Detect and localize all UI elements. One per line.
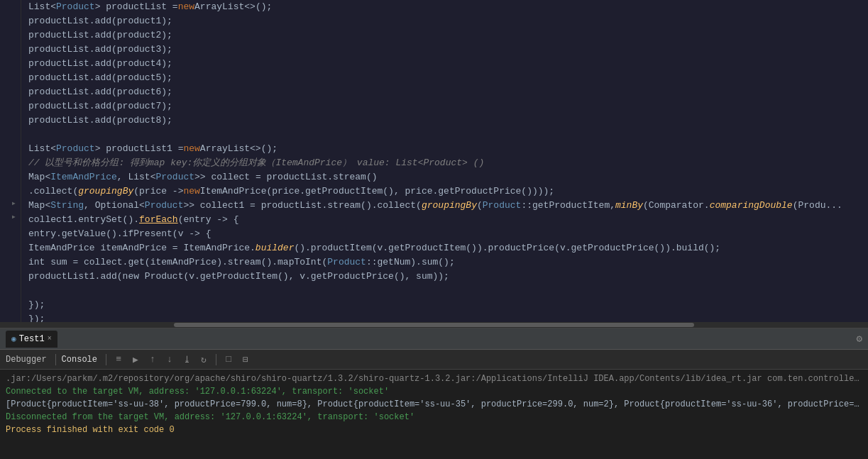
console-line: Process finished with exit code 0 — [6, 424, 862, 436]
code-lines[interactable]: List<Product> productList = new ArrayLis… — [21, 0, 868, 322]
code-line: productList.add(product5); — [28, 71, 868, 85]
code-line: productList.add(product6); — [28, 85, 868, 99]
console-toolbar: Debugger Console ≡ ▶ ↑ ↓ ⤓ ↻ □ ⊟ — [0, 350, 868, 370]
tab-test1[interactable]: ◉ Test1 × — [6, 331, 57, 348]
toolbar-btn-run[interactable]: ▶ — [129, 353, 142, 366]
console-line: [Product{productItem='ss-uu-38', product… — [6, 398, 862, 411]
toolbar-btn-menu[interactable]: ≡ — [112, 353, 125, 366]
code-line: // 以型号和价格分组: 得到map key:你定义的分组对象（ItemAndP… — [28, 156, 868, 170]
code-line: }); — [28, 298, 868, 312]
toolbar-separator-2 — [106, 354, 106, 365]
toolbar-btn-bottom[interactable]: ⤓ — [180, 353, 193, 366]
code-line: productList.add(product1); — [28, 14, 868, 28]
panel-tabs: ◉ Test1 × ⚙ — [0, 328, 868, 350]
toolbar-separator — [55, 354, 56, 365]
code-line: entry.getValue().ifPresent(v -> { — [28, 227, 868, 241]
code-line: productList.add(product4); — [28, 57, 868, 71]
code-line: productList.add(product7); — [28, 99, 868, 114]
code-line: ItemAndPrice itemAndPrice = ItemAndPrice… — [28, 241, 868, 255]
tab-icon: ◉ — [11, 334, 16, 343]
console-output: .jar:/Users/parkm/.m2/repository/org/apa… — [0, 370, 868, 459]
code-line: List<Product> productList1 = new ArrayLi… — [28, 142, 868, 156]
console-line: .jar:/Users/parkm/.m2/repository/org/apa… — [6, 372, 862, 385]
tab-label: Test1 — [19, 334, 45, 344]
bottom-panel: ◉ Test1 × ⚙ Debugger Console ≡ ▶ ↑ ↓ ⤓ ↻… — [0, 328, 868, 459]
horizontal-scrollbar[interactable] — [0, 322, 868, 328]
line-numbers: ▸ ▸ — [0, 0, 21, 322]
console-line: Connected to the target VM, address: '12… — [6, 385, 862, 398]
toolbar-btn-refresh[interactable]: ↻ — [197, 353, 210, 366]
toolbar-btn-down[interactable]: ↓ — [163, 353, 176, 366]
code-line: .collect(groupingBy(price -> new ItemAnd… — [28, 184, 868, 199]
code-line: productList.add(product8); — [28, 114, 868, 128]
code-line: productList.add(product3); — [28, 43, 868, 57]
console-line: Disconnected from the target VM, address… — [6, 411, 862, 424]
gear-icon[interactable]: ⚙ — [857, 333, 862, 345]
code-line: int sum = collect.get(itemAndPrice).stre… — [28, 255, 868, 270]
toolbar-separator-3 — [216, 354, 216, 365]
code-line: Map<ItemAndPrice, List<Product>> collect… — [28, 170, 868, 184]
debugger-label: Debugger — [6, 355, 47, 365]
code-editor: ▸ ▸ List<Product> productList = new Arra… — [0, 0, 868, 322]
code-line: }); — [28, 312, 868, 322]
console-label: Console — [62, 355, 97, 365]
code-line: List<Product> productList = new ArrayLis… — [28, 0, 868, 14]
code-line — [28, 284, 868, 298]
code-line: productList1.add(new Product(v.getProduc… — [28, 270, 868, 284]
code-line: productList.add(product2); — [28, 28, 868, 43]
code-line — [28, 128, 868, 142]
toolbar-btn-clear[interactable]: □ — [222, 353, 235, 366]
toolbar-btn-collapse[interactable]: ⊟ — [239, 353, 252, 366]
code-line: Map<String, Optional<Product>> collect1 … — [28, 199, 868, 213]
toolbar-btn-up[interactable]: ↑ — [146, 353, 159, 366]
scrollbar-thumb[interactable] — [174, 323, 695, 327]
tab-close-button[interactable]: × — [48, 335, 52, 343]
code-line: collect1.entrySet().forEach(entry -> { — [28, 213, 868, 227]
